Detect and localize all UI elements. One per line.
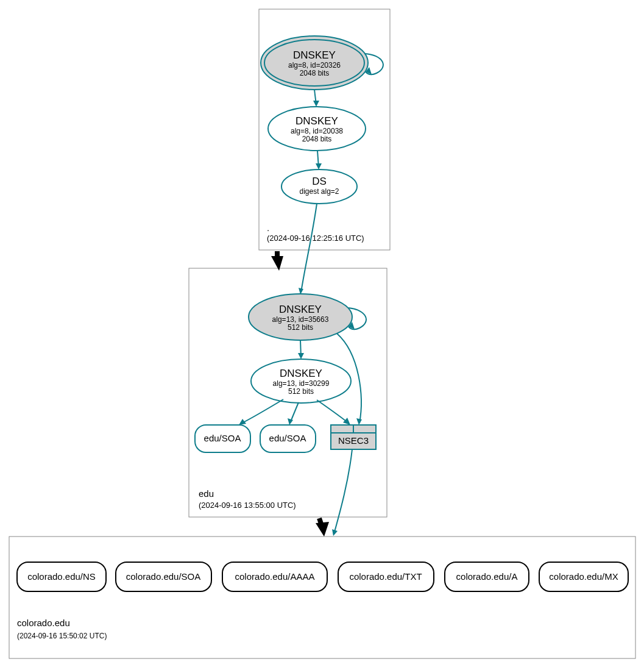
root-ds-alg: digest alg=2 (299, 187, 339, 196)
arrow-zsk-nsec3 (343, 418, 350, 425)
edu-zsk-alg: alg=13, id=30299 (273, 379, 330, 388)
edu-nsec3: NSEC3 (331, 425, 376, 449)
colorado-aaaa-label: colorado.edu/AAAA (235, 571, 315, 582)
edge-zsk-soa1 (241, 399, 283, 424)
edge-ds-eduksk (301, 204, 317, 293)
edu-nsec3-label: NSEC3 (338, 435, 369, 446)
dnssec-diagram: . (2024-09-16 12:25:16 UTC) DNSKEY alg=8… (0, 0, 644, 667)
edu-soa1-label: edu/SOA (204, 433, 241, 443)
root-ksk-bits: 2048 bits (300, 69, 330, 77)
root-zsk-title: DNSKEY (295, 115, 338, 127)
colorado-txt-label: colorado.edu/TXT (349, 571, 422, 582)
edu-soa2-label: edu/SOA (269, 433, 306, 443)
edu-zsk-title: DNSKEY (280, 368, 322, 379)
edge-zsk-nsec3 (317, 400, 349, 423)
zone-colorado-name: colorado.edu (17, 618, 70, 628)
zone-colorado-box (9, 537, 635, 658)
arrow-ksk-zsk-edu (298, 353, 304, 359)
arrow-edu-colorado-bold (316, 522, 329, 537)
root-ksk-title: DNSKEY (293, 49, 336, 61)
zone-edu-name: edu (199, 488, 214, 499)
edge-nsec3-colorado (334, 449, 352, 534)
zone-root-time: (2024-09-16 12:25:16 UTC) (267, 234, 364, 243)
root-ksk-alg: alg=8, id=20326 (288, 61, 341, 70)
edu-ksk-title: DNSKEY (279, 304, 322, 315)
colorado-mx-label: colorado.edu/MX (549, 571, 618, 582)
colorado-a-label: colorado.edu/A (456, 571, 518, 582)
zone-root-name: . (267, 223, 269, 233)
root-zsk-bits: 2048 bits (302, 135, 332, 143)
edu-ksk-alg: alg=13, id=35663 (272, 315, 329, 324)
arrow-nsec3-colorado (332, 529, 338, 536)
edu-ksk-bits: 512 bits (288, 323, 313, 332)
root-ds-title: DS (312, 176, 327, 187)
zone-colorado-time: (2024-09-16 15:50:02 UTC) (17, 632, 107, 640)
arrow-zsk-soa2 (288, 418, 293, 425)
arrow-zsk-ds-root (316, 163, 322, 169)
zone-edu-time: (2024-09-16 13:55:00 UTC) (199, 501, 296, 510)
root-zsk-alg: alg=8, id=20038 (291, 127, 343, 135)
edu-zsk-bits: 512 bits (288, 387, 314, 396)
colorado-ns-label: colorado.edu/NS (27, 571, 96, 582)
arrow-ksk-zsk-root (313, 101, 319, 107)
colorado-soa-label: colorado.edu/SOA (126, 571, 201, 582)
arrow-ksk-nsec3 (356, 418, 362, 425)
